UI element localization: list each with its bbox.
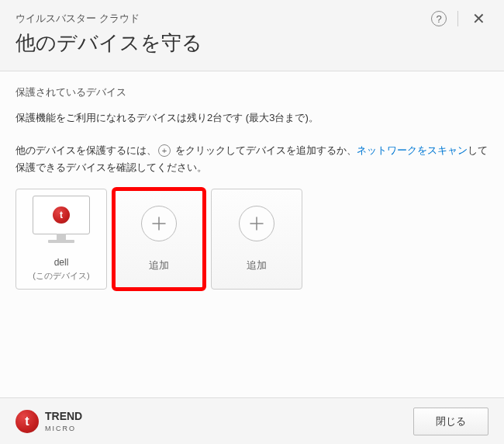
network-scan-link[interactable]: ネットワークをスキャン xyxy=(357,144,468,156)
section-label: 保護されているデバイス xyxy=(16,85,488,99)
brand: t TRENDMICRO xyxy=(16,410,82,433)
help-icon[interactable]: ? xyxy=(431,11,447,26)
close-button[interactable]: 閉じる xyxy=(413,408,488,435)
window-header: ウイルスバスター クラウド ? ✕ 他のデバイスを守る xyxy=(0,0,504,71)
app-subtitle: ウイルスバスター クラウド xyxy=(16,12,140,26)
page-title: 他のデバイスを守る xyxy=(16,29,488,57)
add-label: 追加 xyxy=(247,258,267,272)
close-icon[interactable]: ✕ xyxy=(469,9,488,28)
add-device-card-2[interactable]: 追加 xyxy=(211,189,302,290)
plus-icon xyxy=(239,206,274,241)
plus-icon xyxy=(141,206,177,241)
remaining-devices-text: 保護機能をご利用になれるデバイスは残り2台です (最大3台まで)。 xyxy=(16,110,488,127)
trend-micro-icon: t xyxy=(53,206,70,224)
plus-inline-icon: + xyxy=(158,144,171,157)
device-name: dell (このデバイス) xyxy=(33,256,89,283)
add-device-card-1[interactable]: 追加 xyxy=(113,189,205,290)
footer: t TRENDMICRO 閉じる xyxy=(0,397,504,444)
brand-text: TRENDMICRO xyxy=(45,411,82,432)
main-content: 保護されているデバイス 保護機能をご利用になれるデバイスは残り2台です (最大3… xyxy=(0,71,504,397)
current-device-card[interactable]: t dell (このデバイス) xyxy=(16,189,107,290)
trend-micro-logo-icon: t xyxy=(16,410,39,433)
instruction-text: 他のデバイスを保護するには、+ をクリックしてデバイスを追加するか、ネットワーク… xyxy=(16,142,488,176)
add-label: 追加 xyxy=(149,258,169,272)
divider xyxy=(457,11,458,26)
device-cards: t dell (このデバイス) 追加 追加 xyxy=(16,189,488,290)
monitor-icon: t xyxy=(33,196,90,234)
